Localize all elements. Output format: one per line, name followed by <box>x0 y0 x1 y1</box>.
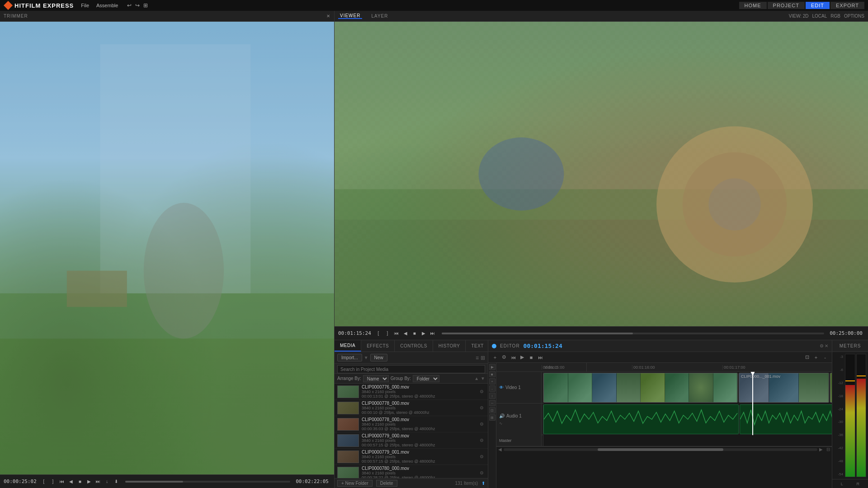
viewer-mark-in[interactable]: [ <box>375 330 382 337</box>
nav-edit[interactable]: EDIT <box>806 2 830 9</box>
upload-icon[interactable]: ⬆ <box>481 481 485 486</box>
sort-desc-icon[interactable]: ▼ <box>481 376 485 381</box>
editor-fwd-btn[interactable]: ⏭ <box>536 353 544 361</box>
list-item[interactable]: CLIP0000779_000.mov 3840 x 2160 pixels 0… <box>335 432 488 449</box>
import-dropdown-icon[interactable]: ▼ <box>364 355 368 360</box>
tab-text[interactable]: TEXT <box>466 340 490 352</box>
list-item[interactable]: CLIP0000778_000.mov 3840 x 2160 pixels 0… <box>335 400 488 416</box>
scroll-track[interactable] <box>504 448 817 451</box>
list-item[interactable]: CLIP0000778_000.mov 3840 x 2160 pixels 0… <box>335 416 488 432</box>
tab-controls[interactable]: CONTROLS <box>395 340 433 352</box>
menu-file[interactable]: File <box>81 3 89 8</box>
nav-home[interactable]: HOME <box>739 2 767 9</box>
tab-layer[interactable]: LAYER <box>369 14 390 19</box>
eye-icon[interactable]: 👁 <box>499 385 504 390</box>
video-clip-3[interactable]: CLIP0000..._001.mov <box>830 373 832 403</box>
trimmer-step-fwd[interactable]: ⏭ <box>94 478 102 485</box>
gear-icon[interactable]: ⚙ <box>480 470 485 476</box>
redo-icon[interactable]: ↪ <box>135 2 140 9</box>
viewer-step-fwd[interactable]: ⏭ <box>429 330 436 337</box>
trimmer-overwrite[interactable]: ⬇ <box>113 478 120 485</box>
editor-zoom-out-btn[interactable]: - <box>821 353 829 361</box>
view-local-select[interactable]: LOCAL <box>812 14 827 19</box>
trimmer-play-back[interactable]: ◀ <box>67 478 75 485</box>
timeline-scroll[interactable]: ◀ ▶ ⊟ <box>496 446 832 452</box>
scroll-right-btn[interactable]: ▶ <box>819 447 823 452</box>
menu-assemble[interactable]: Assemble <box>96 3 118 8</box>
side-btn-8[interactable]: ⊞ <box>489 414 495 421</box>
editor-zoom-in-btn[interactable]: + <box>812 353 820 361</box>
list-item[interactable]: CLIP0000776_000.mov 3840 x 2160 pixels 0… <box>335 384 488 400</box>
editor-play-btn[interactable]: ▶ <box>518 353 526 361</box>
editor-rewind-btn[interactable]: ⏮ <box>509 353 517 361</box>
tab-effects[interactable]: EFFECTS <box>361 340 395 352</box>
viewer-play[interactable]: ▶ <box>420 330 427 337</box>
audio-clip-2[interactable] <box>740 404 832 434</box>
new-folder-button[interactable]: + New Folder <box>337 480 373 487</box>
tab-media[interactable]: MEDIA <box>335 340 361 352</box>
nav-export[interactable]: EXPORT <box>830 2 864 9</box>
viewer-scrubber[interactable] <box>442 333 824 334</box>
audio-track-content[interactable] <box>543 404 832 435</box>
playhead[interactable] <box>752 372 753 404</box>
audio-clip-1[interactable] <box>543 404 739 434</box>
audio-speaker-icon[interactable]: 🔊 <box>499 413 505 418</box>
editor-settings-icon[interactable]: ⚙ <box>820 343 824 348</box>
viewer-step-back[interactable]: ⏮ <box>393 330 400 337</box>
gear-icon[interactable]: ⚙ <box>480 405 485 411</box>
arrange-select[interactable]: Name <box>363 375 389 382</box>
side-btn-3[interactable]: + <box>489 378 495 385</box>
viewer-stop[interactable]: ■ <box>411 330 418 337</box>
new-button[interactable]: New <box>370 354 387 361</box>
view-rgb-select[interactable]: RGB <box>830 14 840 19</box>
search-input[interactable] <box>337 365 485 373</box>
import-button[interactable]: Import... <box>337 354 362 361</box>
side-btn-2[interactable]: ■ <box>489 371 495 377</box>
gear-icon[interactable]: ⚙ <box>480 422 485 427</box>
list-view-icon[interactable]: ≡ <box>476 355 479 361</box>
zoom-fit-btn[interactable]: ⊟ <box>826 447 830 452</box>
side-btn-1[interactable]: ▶ <box>489 364 495 370</box>
undo-icon[interactable]: ↩ <box>127 2 132 9</box>
side-btn-5[interactable]: ↕ <box>489 393 495 399</box>
sort-asc-icon[interactable]: ▲ <box>474 376 479 381</box>
list-item[interactable]: CLIP0000779_001.mov 3840 x 2160 pixels 0… <box>335 449 488 465</box>
trimmer-scrubber[interactable] <box>125 481 290 483</box>
video-clip-1[interactable] <box>543 373 738 403</box>
editor-stop-btn[interactable]: ■ <box>527 353 535 361</box>
gear-icon[interactable]: ⚙ <box>480 454 485 460</box>
trimmer-stop[interactable]: ■ <box>76 478 84 485</box>
tab-viewer[interactable]: VIEWER <box>338 13 362 19</box>
trimmer-play[interactable]: ▶ <box>85 478 93 485</box>
editor-add-media-btn[interactable]: + <box>491 353 499 361</box>
trimmer-close-icon[interactable]: ✕ <box>326 14 330 19</box>
editor-snap-btn[interactable]: ⊡ <box>803 353 811 361</box>
scroll-thumb[interactable] <box>598 448 723 451</box>
editor-close-icon[interactable]: ✕ <box>825 343 828 348</box>
trimmer-mark-out[interactable]: ] <box>49 478 57 485</box>
viewer-play-back[interactable]: ◀ <box>402 330 409 337</box>
gear-icon[interactable]: ⚙ <box>480 438 485 443</box>
delete-button[interactable]: Delete <box>376 480 397 487</box>
grid-view-icon[interactable]: ⊞ <box>481 355 485 361</box>
editor-settings-btn[interactable]: ⚙ <box>500 353 508 361</box>
trimmer-insert[interactable]: ↓ <box>104 478 111 485</box>
viewer-mark-out[interactable]: ] <box>384 330 391 337</box>
video-track-content[interactable]: CLIP0000..._001.mov CLIP0000.. <box>543 372 832 404</box>
view-2d-select[interactable]: VIEW: 2D <box>789 14 809 19</box>
tab-history[interactable]: HISTORY <box>433 340 466 352</box>
side-btn-7[interactable]: ⊡ <box>489 407 495 413</box>
group-select[interactable]: Folder <box>413 375 439 382</box>
nav-project[interactable]: PROJECT <box>768 2 805 9</box>
list-item[interactable]: CLIP0000780_000.mov 3840 x 2160 pixels 0… <box>335 465 488 478</box>
film-strip-1 <box>544 373 737 402</box>
grid-icon[interactable]: ⊞ <box>143 2 148 9</box>
scroll-left-btn[interactable]: ◀ <box>498 447 502 452</box>
side-btn-4[interactable]: - <box>489 385 495 392</box>
gear-icon[interactable]: ⚙ <box>480 389 485 394</box>
view-options-select[interactable]: OPTIONS <box>844 14 864 19</box>
master-track-content[interactable] <box>543 435 832 446</box>
side-btn-6[interactable]: ↔ <box>489 400 495 406</box>
trimmer-step-back[interactable]: ⏮ <box>58 478 66 485</box>
trimmer-mark-in[interactable]: [ <box>40 478 47 485</box>
